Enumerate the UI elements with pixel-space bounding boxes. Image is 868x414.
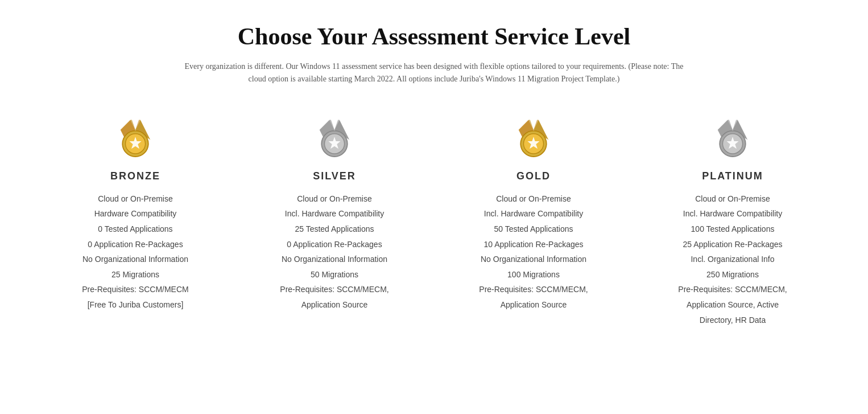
feature-item: 0 Tested Applications [82,222,188,237]
medal-icon-gold [511,114,556,160]
tiers-container: BRONZECloud or On-PremiseHardware Compat… [36,109,832,339]
tier-card-gold: GOLDCloud or On-PremiseIncl. Hardware Co… [434,109,633,324]
tier-name-platinum: PLATINUM [702,170,763,182]
feature-item: 100 Migrations [479,267,588,282]
page-subtitle: Every organization is different. Our Win… [178,60,690,86]
tier-card-bronze: BRONZECloud or On-PremiseHardware Compat… [36,109,235,324]
feature-item: Pre-Requisites: SCCM/MECM [82,282,188,297]
feature-item: 0 Application Re-Packages [280,237,388,252]
feature-item: Pre-Requisites: SCCM/MECM, [479,282,588,297]
feature-item: Cloud or On-Premise [479,191,588,207]
medal-icon-platinum [710,114,755,160]
feature-item: Hardware Compatibility [82,206,188,222]
feature-item: Application Source [479,297,588,313]
feature-item: Incl. Hardware Compatibility [678,206,787,222]
tier-features-silver: Cloud or On-PremiseIncl. Hardware Compat… [280,191,388,313]
medal-icon-bronze [113,114,158,160]
medal-icon-silver [312,114,357,160]
feature-item: No Organizational Information [280,252,388,267]
tier-features-gold: Cloud or On-PremiseIncl. Hardware Compat… [479,191,588,313]
feature-item: No Organizational Information [479,252,588,267]
tier-features-bronze: Cloud or On-PremiseHardware Compatibilit… [82,191,188,313]
feature-item: Cloud or On-Premise [280,191,388,207]
feature-item: 25 Tested Applications [280,222,388,237]
feature-item: Application Source, Active [678,297,787,313]
page-title: Choose Your Assessment Service Level [238,23,631,50]
feature-item: 50 Tested Applications [479,222,588,237]
feature-item: Cloud or On-Premise [678,191,787,207]
tier-card-silver: SILVERCloud or On-PremiseIncl. Hardware … [235,109,434,324]
feature-item: 100 Tested Applications [678,222,787,237]
feature-item: Directory, HR Data [678,313,787,328]
feature-item: 0 Application Re-Packages [82,237,188,252]
feature-item: 10 Application Re-Packages [479,237,588,252]
feature-item: Incl. Hardware Compatibility [280,206,388,222]
feature-item: Incl. Organizational Info [678,252,787,267]
feature-item: 25 Application Re-Packages [678,237,787,252]
feature-item: 50 Migrations [280,267,388,282]
feature-item: [Free To Juriba Customers] [82,297,188,313]
tier-name-bronze: BRONZE [110,170,160,182]
feature-item: 25 Migrations [82,267,188,282]
tier-name-silver: SILVER [313,170,356,182]
feature-item: Application Source [280,297,388,313]
tier-card-platinum: PLATINUMCloud or On-PremiseIncl. Hardwar… [633,109,832,339]
feature-item: Pre-Requisites: SCCM/MECM, [678,282,787,297]
feature-item: Incl. Hardware Compatibility [479,206,588,222]
feature-item: 250 Migrations [678,267,787,282]
tier-features-platinum: Cloud or On-PremiseIncl. Hardware Compat… [678,191,787,327]
feature-item: No Organizational Information [82,252,188,267]
feature-item: Pre-Requisites: SCCM/MECM, [280,282,388,297]
feature-item: Cloud or On-Premise [82,191,188,207]
tier-name-gold: GOLD [516,170,551,182]
